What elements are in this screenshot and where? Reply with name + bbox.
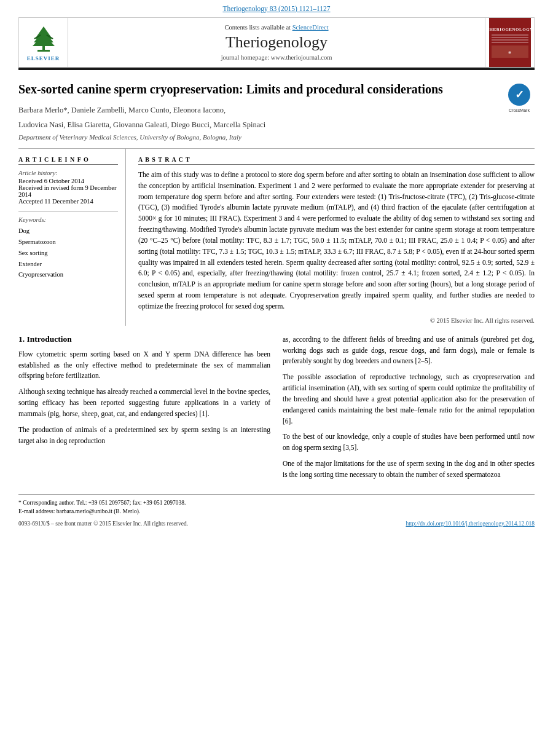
intro-right-col: as, according to the different fields of…	[283, 334, 535, 486]
keyword-spermatozoon: Spermatozoon	[18, 237, 118, 248]
abstract-paragraph: The aim of this study was to define a pr…	[138, 170, 535, 312]
abstract-text: The aim of this study was to define a pr…	[138, 170, 535, 326]
article-title: Sex-sorted canine sperm cryopreservation…	[18, 81, 492, 98]
cover-title: THERIOGENOLOGY	[486, 27, 533, 32]
footnote2: E-mail address: barbara.merlo@unibo.it (…	[18, 507, 535, 516]
keyword-cryopreservation: Cryopreservation	[18, 269, 118, 280]
elsevier-logo-area: ELSEVIER	[19, 18, 68, 67]
article-history-block: Article history: Received 6 October 2014…	[18, 170, 118, 205]
affiliation: Department of Veterinary Medical Science…	[18, 133, 492, 141]
accepted-date: Accepted 11 December 2014	[18, 198, 118, 205]
keywords-label: Keywords:	[18, 216, 118, 223]
cover-decoration: ◉	[492, 34, 528, 58]
header-top: ELSEVIER Contents lists available at Sci…	[19, 18, 534, 67]
footer-bottom: 0093-691X/$ – see front matter © 2015 El…	[18, 521, 535, 527]
journal-citation-text: Theriogenology 83 (2015) 1121–1127	[222, 5, 330, 12]
received-date: Received 6 October 2014	[18, 178, 118, 184]
footer: * Corresponding author. Tel.: +39 051 20…	[18, 494, 535, 527]
article-title-block: Sex-sorted canine sperm cryopreservation…	[18, 81, 504, 141]
journal-cover-area: THERIOGENOLOGY ◉	[485, 18, 534, 67]
authors-line2: Ludovica Nasi, Elisa Giaretta, Giovanna …	[18, 119, 492, 131]
copyright: © 2015 Elsevier Inc. All rights reserved…	[138, 316, 535, 326]
introduction-section: 1. Introduction Flow cytometric sperm so…	[18, 334, 535, 486]
intro-para2: Although sexing technique has already re…	[18, 387, 270, 419]
keywords-list: Dog Spermatozoon Sex sorting Extender Cr…	[18, 226, 118, 280]
journal-header: ELSEVIER Contents lists available at Sci…	[18, 17, 535, 68]
elsevier-logo: ELSEVIER	[27, 24, 60, 61]
intro-two-col: 1. Introduction Flow cytometric sperm so…	[18, 334, 535, 486]
elsevier-tree-icon	[29, 24, 58, 53]
footer-doi-link[interactable]: http://dx.doi.org/10.1016/j.theriogenolo…	[406, 521, 535, 527]
article-info-label: A R T I C L E I N F O	[18, 156, 118, 165]
keyword-extender: Extender	[18, 259, 118, 270]
journal-title: Theriogenology	[226, 33, 327, 52]
journal-info-center: Contents lists available at ScienceDirec…	[68, 18, 485, 67]
intro-para1: Flow cytometric sperm sorting based on X…	[18, 349, 270, 382]
svg-text:CrossMark: CrossMark	[509, 108, 530, 112]
abstract-column: A B S T R A C T The aim of this study wa…	[138, 149, 535, 326]
intro-right-para1: as, according to the different fields of…	[283, 334, 535, 367]
intro-right-para3: To the best of our knowledge, only a cou…	[283, 431, 535, 454]
abstract-label: A B S T R A C T	[138, 156, 535, 165]
footer-copyright: 0093-691X/$ – see front matter © 2015 El…	[18, 521, 188, 527]
info-divider	[18, 211, 118, 211]
article-info-abstract: A R T I C L E I N F O Article history: R…	[18, 149, 535, 326]
history-label: Article history:	[18, 170, 118, 176]
svg-rect-1	[37, 50, 50, 52]
keyword-sex-sorting: Sex sorting	[18, 248, 118, 259]
journal-citation[interactable]: Theriogenology 83 (2015) 1121–1127	[0, 0, 553, 15]
intro-left-col: 1. Introduction Flow cytometric sperm so…	[18, 334, 270, 486]
intro-para3: The production of animals of a predeterm…	[18, 425, 270, 447]
intro-right-para4: One of the major limitations for the use…	[283, 459, 535, 481]
footnote2-text: E-mail address: barbara.merlo@unibo.it (…	[18, 508, 140, 514]
intro-heading: 1. Introduction	[18, 334, 270, 344]
article-header: Sex-sorted canine sperm cryopreservation…	[0, 70, 553, 141]
footnote1: * Corresponding author. Tel.: +39 051 20…	[18, 498, 535, 507]
revised-date: Received in revised form 9 December 2014	[18, 184, 118, 198]
journal-cover: THERIOGENOLOGY ◉	[489, 18, 531, 67]
svg-text:✓: ✓	[515, 89, 524, 101]
contents-line: Contents lists available at ScienceDirec…	[224, 24, 328, 31]
crossmark-logo[interactable]: ✓ CrossMark	[504, 81, 535, 112]
contents-text: Contents lists available at	[224, 24, 292, 31]
article-info-column: A R T I C L E I N F O Article history: R…	[18, 149, 126, 326]
sciencedirect-link[interactable]: ScienceDirect	[292, 24, 329, 31]
page-container: Theriogenology 83 (2015) 1121–1127	[0, 0, 553, 527]
authors-line1: Barbara Merlo*, Daniele Zambelli, Marco …	[18, 104, 492, 116]
journal-homepage: journal homepage: www.theriojournal.com	[221, 54, 332, 61]
elsevier-text: ELSEVIER	[27, 55, 60, 61]
intro-right-para2: The possible association of reproductive…	[283, 372, 535, 427]
keyword-dog: Dog	[18, 226, 118, 237]
